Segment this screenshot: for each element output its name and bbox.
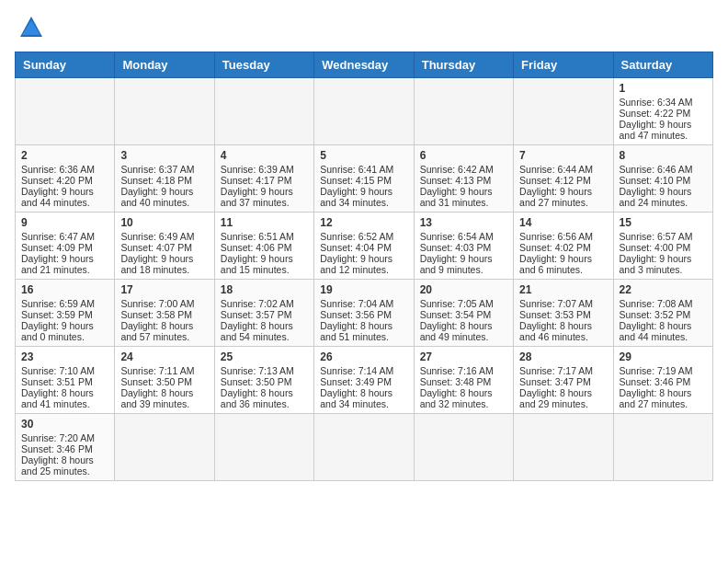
calendar-week-row: 16Sunrise: 6:59 AMSunset: 3:59 PMDayligh…: [16, 280, 713, 347]
sunset-label: Sunset: 4:03 PM: [420, 242, 492, 253]
daylight-label: Daylight: 9 hours and 15 minutes.: [221, 253, 293, 275]
calendar-week-row: 9Sunrise: 6:47 AMSunset: 4:09 PMDaylight…: [16, 213, 713, 280]
calendar-week-row: 1Sunrise: 6:34 AMSunset: 4:22 PMDaylight…: [16, 78, 713, 145]
day-number: 23: [21, 350, 108, 363]
calendar-cell: 14Sunrise: 6:56 AMSunset: 4:02 PMDayligh…: [514, 213, 613, 280]
sunrise-label: Sunrise: 6:34 AM: [620, 97, 693, 108]
day-number: 4: [221, 149, 308, 162]
day-number: 11: [221, 216, 308, 229]
daylight-label: Daylight: 9 hours and 21 minutes.: [21, 253, 94, 275]
calendar-cell: 11Sunrise: 6:51 AMSunset: 4:06 PMDayligh…: [214, 213, 313, 280]
sunrise-label: Sunrise: 7:04 AM: [320, 298, 393, 309]
day-number: 21: [519, 283, 607, 296]
weekday-header-friday: Friday: [514, 52, 613, 78]
daylight-label: Daylight: 8 hours and 57 minutes.: [120, 320, 193, 342]
daylight-label: Daylight: 8 hours and 44 minutes.: [620, 320, 692, 342]
daylight-label: Daylight: 9 hours and 44 minutes.: [21, 186, 94, 208]
calendar-cell: [16, 78, 115, 145]
daylight-label: Daylight: 9 hours and 0 minutes.: [21, 320, 94, 342]
day-number: 2: [21, 149, 108, 162]
calendar-cell: 13Sunrise: 6:54 AMSunset: 4:03 PMDayligh…: [414, 213, 513, 280]
calendar-cell: [115, 414, 214, 481]
daylight-label: Daylight: 9 hours and 40 minutes.: [120, 186, 193, 208]
daylight-label: Daylight: 9 hours and 31 minutes.: [420, 186, 493, 208]
daylight-label: Daylight: 8 hours and 41 minutes.: [21, 387, 94, 409]
calendar-cell: 10Sunrise: 6:49 AMSunset: 4:07 PMDayligh…: [115, 213, 214, 280]
sunrise-label: Sunrise: 6:51 AM: [221, 231, 294, 242]
day-number: 5: [320, 149, 407, 162]
sunrise-label: Sunrise: 6:49 AM: [120, 231, 194, 242]
sunset-label: Sunset: 3:56 PM: [320, 309, 392, 320]
calendar-cell: 28Sunrise: 7:17 AMSunset: 3:47 PMDayligh…: [514, 347, 613, 414]
sunrise-label: Sunrise: 6:44 AM: [519, 164, 593, 175]
calendar-cell: 15Sunrise: 6:57 AMSunset: 4:00 PMDayligh…: [613, 213, 712, 280]
daylight-label: Daylight: 8 hours and 46 minutes.: [519, 320, 592, 342]
sunrise-label: Sunrise: 6:42 AM: [420, 164, 494, 175]
day-number: 12: [320, 216, 407, 229]
daylight-label: Daylight: 8 hours and 49 minutes.: [420, 320, 493, 342]
calendar-week-row: 2Sunrise: 6:36 AMSunset: 4:20 PMDaylight…: [16, 145, 713, 213]
calendar-cell: 4Sunrise: 6:39 AMSunset: 4:17 PMDaylight…: [214, 145, 313, 213]
calendar-cell: 17Sunrise: 7:00 AMSunset: 3:58 PMDayligh…: [115, 280, 214, 347]
calendar-cell: [514, 78, 613, 145]
calendar-cell: 24Sunrise: 7:11 AMSunset: 3:50 PMDayligh…: [115, 347, 214, 414]
daylight-label: Daylight: 9 hours and 3 minutes.: [620, 253, 692, 275]
calendar-cell: 22Sunrise: 7:08 AMSunset: 3:52 PMDayligh…: [613, 280, 712, 347]
weekday-header-wednesday: Wednesday: [314, 52, 414, 78]
sunrise-label: Sunrise: 6:37 AM: [120, 164, 194, 175]
sunset-label: Sunset: 4:07 PM: [120, 242, 192, 253]
daylight-label: Daylight: 9 hours and 47 minutes.: [620, 119, 692, 141]
day-number: 17: [120, 283, 208, 296]
sunrise-label: Sunrise: 7:00 AM: [120, 298, 194, 309]
page-header: [15, 15, 713, 40]
svg-marker-1: [22, 20, 40, 35]
sunset-label: Sunset: 4:13 PM: [420, 175, 492, 186]
calendar-cell: 5Sunrise: 6:41 AMSunset: 4:15 PMDaylight…: [314, 145, 414, 213]
daylight-label: Daylight: 8 hours and 39 minutes.: [120, 387, 193, 409]
daylight-label: Daylight: 8 hours and 25 minutes.: [21, 454, 94, 477]
day-number: 14: [519, 216, 607, 229]
sunrise-label: Sunrise: 6:36 AM: [21, 164, 95, 175]
sunrise-label: Sunrise: 6:54 AM: [420, 231, 494, 242]
sunset-label: Sunset: 4:17 PM: [221, 175, 292, 186]
calendar-cell: 2Sunrise: 6:36 AMSunset: 4:20 PMDaylight…: [16, 145, 115, 213]
sunrise-label: Sunrise: 6:47 AM: [21, 231, 95, 242]
daylight-label: Daylight: 9 hours and 34 minutes.: [320, 186, 392, 208]
sunset-label: Sunset: 4:20 PM: [21, 175, 93, 186]
daylight-label: Daylight: 8 hours and 54 minutes.: [221, 320, 293, 342]
daylight-label: Daylight: 8 hours and 34 minutes.: [320, 387, 392, 409]
daylight-label: Daylight: 8 hours and 51 minutes.: [320, 320, 392, 342]
sunset-label: Sunset: 3:48 PM: [420, 376, 492, 387]
sunrise-label: Sunrise: 6:56 AM: [519, 231, 593, 242]
sunrise-label: Sunrise: 7:14 AM: [320, 365, 393, 376]
sunset-label: Sunset: 3:47 PM: [519, 376, 591, 387]
calendar-week-row: 30Sunrise: 7:20 AMSunset: 3:46 PMDayligh…: [16, 414, 713, 481]
weekday-header-tuesday: Tuesday: [214, 52, 313, 78]
sunrise-label: Sunrise: 6:59 AM: [21, 298, 95, 309]
calendar-cell: 1Sunrise: 6:34 AMSunset: 4:22 PMDaylight…: [613, 78, 712, 145]
sunrise-label: Sunrise: 7:19 AM: [620, 365, 693, 376]
calendar-cell: [214, 78, 313, 145]
daylight-label: Daylight: 9 hours and 12 minutes.: [320, 253, 392, 275]
calendar-cell: 3Sunrise: 6:37 AMSunset: 4:18 PMDaylight…: [115, 145, 214, 213]
sunset-label: Sunset: 3:54 PM: [420, 309, 492, 320]
calendar-cell: [414, 414, 513, 481]
daylight-label: Daylight: 9 hours and 18 minutes.: [120, 253, 193, 275]
calendar-cell: 25Sunrise: 7:13 AMSunset: 3:50 PMDayligh…: [214, 347, 313, 414]
calendar-cell: 27Sunrise: 7:16 AMSunset: 3:48 PMDayligh…: [414, 347, 513, 414]
day-number: 18: [221, 283, 308, 296]
day-number: 10: [120, 216, 208, 229]
weekday-header-sunday: Sunday: [16, 52, 115, 78]
sunrise-label: Sunrise: 6:52 AM: [320, 231, 393, 242]
calendar-cell: 7Sunrise: 6:44 AMSunset: 4:12 PMDaylight…: [514, 145, 613, 213]
calendar-cell: [613, 414, 712, 481]
calendar-cell: 21Sunrise: 7:07 AMSunset: 3:53 PMDayligh…: [514, 280, 613, 347]
calendar-cell: 16Sunrise: 6:59 AMSunset: 3:59 PMDayligh…: [16, 280, 115, 347]
sunset-label: Sunset: 4:22 PM: [620, 108, 691, 119]
calendar-cell: 6Sunrise: 6:42 AMSunset: 4:13 PMDaylight…: [414, 145, 513, 213]
sunset-label: Sunset: 3:46 PM: [620, 376, 691, 387]
day-number: 9: [21, 216, 108, 229]
sunset-label: Sunset: 3:58 PM: [120, 309, 192, 320]
sunset-label: Sunset: 4:02 PM: [519, 242, 591, 253]
day-number: 28: [519, 350, 607, 363]
